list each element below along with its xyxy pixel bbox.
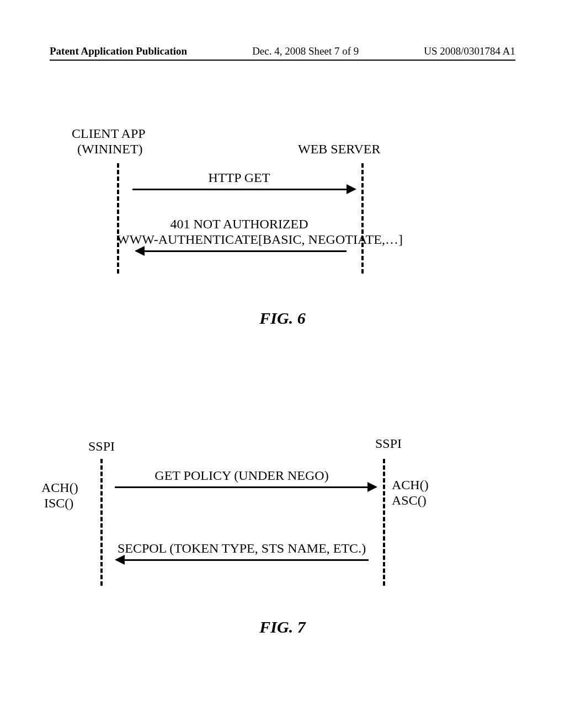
fig6-msg1-shaft: [132, 189, 347, 190]
fig7-msg2-label: SECPOL (TOKEN TYPE, STS NAME, ETC.): [100, 540, 383, 556]
fig6-msg1-arrowhead: [347, 184, 356, 194]
fig7-right-participant: SSPI: [375, 436, 402, 452]
fig7-msg2-shaft: [125, 559, 369, 561]
fig7-left-side-line1: ACH(): [41, 480, 78, 496]
fig7-msg1-shaft: [115, 486, 367, 488]
fig6-right-participant: WEB SERVER: [298, 141, 380, 157]
header-left: Patent Application Publication: [50, 45, 187, 57]
fig7-right-side-line1: ACH(): [392, 477, 429, 493]
fig6-caption: FIG. 6: [0, 309, 565, 328]
fig6-msg2-label-line2: WWW-AUTHENTICATE[BASIC, NEGOTIATE,…]: [117, 232, 361, 248]
fig6-left-participant-line2: (WININET): [77, 141, 143, 157]
fig6-msg1-label: HTTP GET: [117, 170, 361, 186]
fig7-msg1-label: GET POLICY (UNDER NEGO): [100, 468, 383, 484]
fig7-left-side-line2: ISC(): [44, 495, 73, 511]
fig6-msg2-arrowhead: [135, 246, 145, 256]
fig6-msg2-shaft: [145, 250, 347, 252]
fig6-left-participant-line1: CLIENT APP: [72, 126, 146, 142]
page-header: Patent Application Publication Dec. 4, 2…: [50, 45, 515, 57]
fig7-msg2-arrowhead: [115, 555, 125, 565]
fig7-right-lifeline: [383, 459, 385, 586]
fig6-right-lifeline: [361, 163, 364, 274]
header-right: US 2008/0301784 A1: [424, 45, 515, 57]
fig7-msg1-arrowhead: [367, 482, 377, 492]
fig7-left-participant: SSPI: [88, 438, 115, 454]
fig7-caption: FIG. 7: [0, 618, 565, 636]
header-rule: [50, 60, 515, 61]
header-center: Dec. 4, 2008 Sheet 7 of 9: [187, 45, 424, 57]
page: Patent Application Publication Dec. 4, 2…: [0, 0, 565, 728]
fig6-msg2-label-line1: 401 NOT AUTHORIZED: [117, 216, 361, 232]
fig7-right-side-line2: ASC(): [392, 493, 427, 508]
